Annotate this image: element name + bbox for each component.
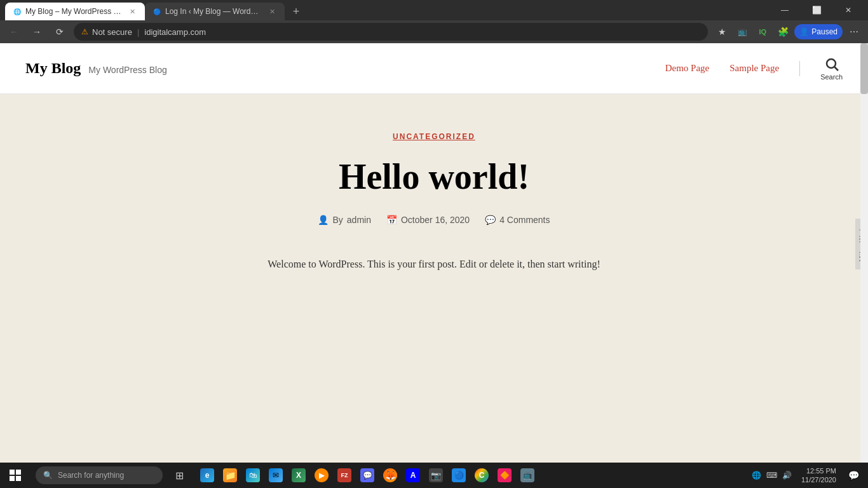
app4-shape: 📺 xyxy=(520,468,534,482)
scrollbar-thumb[interactable] xyxy=(860,43,868,94)
site-title[interactable]: My Blog xyxy=(25,60,81,77)
more-button[interactable]: ⋯ xyxy=(845,23,863,41)
iq-button[interactable]: IQ xyxy=(754,23,771,41)
tab-close-1[interactable]: ✕ xyxy=(127,6,137,17)
tab-title-1: My Blog – My WordPress Blog xyxy=(25,7,123,16)
start-button[interactable] xyxy=(0,463,31,488)
site-nav: Demo Page Sample Page Search xyxy=(665,57,843,81)
forward-button[interactable]: → xyxy=(28,23,46,41)
vlc-icon[interactable]: ▶ xyxy=(310,463,333,488)
address-bar-row: ← → ⟳ ⚠ Not secure | idigitalcamp.com ★ … xyxy=(0,20,868,43)
extensions-button[interactable]: 🧩 xyxy=(774,23,792,41)
icon-app-3[interactable]: 🔶 xyxy=(493,463,516,488)
tab-bar: 🌐 My Blog – My WordPress Blog ✕ 🔵 Log In… xyxy=(5,0,305,20)
window-controls: — ⬜ ✕ xyxy=(770,0,863,20)
profile-button[interactable]: 👤 Paused xyxy=(794,24,843,39)
tab-title-2: Log In ‹ My Blog — WordPress xyxy=(165,7,263,16)
tab-close-2[interactable]: ✕ xyxy=(267,6,277,17)
notification-icon[interactable]: 💬 xyxy=(844,463,863,488)
browser-chrome: 🌐 My Blog – My WordPress Blog ✕ 🔵 Log In… xyxy=(0,0,868,43)
network-tray-icon[interactable]: 🌐 xyxy=(750,469,763,482)
tab-inactive[interactable]: 🔵 Log In ‹ My Blog — WordPress ✕ xyxy=(145,3,285,20)
firefox-icon[interactable]: 🦊 xyxy=(379,463,402,488)
search-button[interactable]: Search xyxy=(820,57,843,81)
demo-page-link[interactable]: Demo Page xyxy=(665,63,710,74)
star-button[interactable]: ★ xyxy=(713,23,731,41)
volume-tray-icon[interactable]: 🔊 xyxy=(781,469,794,482)
post-comments[interactable]: 4 Comments xyxy=(499,215,550,225)
taskbar-search-text: Search for anything xyxy=(58,471,124,480)
post-meta: 👤 By admin 📅 October 16, 2020 💬 4 Commen… xyxy=(318,215,550,225)
minimize-button[interactable]: — xyxy=(770,0,799,20)
discord-icon-shape: 💬 xyxy=(360,468,374,482)
filezilla-icon[interactable]: FZ xyxy=(333,463,356,488)
post-comments-meta: 💬 4 Comments xyxy=(485,215,550,225)
windows-icon xyxy=(10,470,21,481)
win-sq-4 xyxy=(16,476,21,481)
camera-icon-app[interactable]: 📷 xyxy=(424,463,447,488)
taskbar: 🔍 Search for anything ⊞ e 📁 🛍 ✉ X ▶ FZ 💬 xyxy=(0,463,868,488)
nav-divider xyxy=(799,61,800,76)
win-sq-2 xyxy=(16,470,21,475)
site-main: UNCATEGORIZED Hello world! 👤 By admin 📅 … xyxy=(242,94,625,463)
security-warning-text: Not secure xyxy=(92,27,132,37)
post-author-meta: 👤 By admin xyxy=(318,215,370,225)
task-view-icon: ⊞ xyxy=(175,470,184,482)
url-text: idigitalcamp.com xyxy=(144,27,206,37)
tab-active[interactable]: 🌐 My Blog – My WordPress Blog ✕ xyxy=(5,3,145,20)
new-tab-button[interactable]: + xyxy=(287,3,305,20)
clock-time: 12:55 PM xyxy=(806,466,836,475)
task-view-button[interactable]: ⊞ xyxy=(168,463,191,488)
edge-icon[interactable]: e xyxy=(196,463,219,488)
post-author[interactable]: admin xyxy=(347,215,371,225)
mail-icon[interactable]: ✉ xyxy=(264,463,287,488)
post-date: October 16, 2020 xyxy=(401,215,470,225)
back-button[interactable]: ← xyxy=(5,23,23,41)
post-category[interactable]: UNCATEGORIZED xyxy=(393,132,475,141)
clock-date: 11/27/2020 xyxy=(801,475,836,484)
site-tagline: My WordPress Blog xyxy=(88,65,166,75)
taskbar-search-bar[interactable]: 🔍 Search for anything xyxy=(36,466,163,484)
icon-app-1[interactable]: 🔵 xyxy=(447,463,470,488)
icon-app-4[interactable]: 📺 xyxy=(516,463,539,488)
svg-point-0 xyxy=(827,59,836,68)
cast-button[interactable]: 📺 xyxy=(733,23,751,41)
post-title: Hello world! xyxy=(339,156,529,197)
filezilla-icon-shape: FZ xyxy=(337,468,351,482)
author-icon: 👤 xyxy=(318,215,329,225)
author-prefix: By xyxy=(332,215,342,225)
taskbar-clock[interactable]: 12:55 PM 11/27/2020 xyxy=(796,466,841,485)
keyboard-tray-icon[interactable]: ⌨ xyxy=(766,469,778,482)
search-icon xyxy=(824,57,839,72)
explorer-icon-shape: 📁 xyxy=(223,468,237,482)
icon-app-2[interactable]: C xyxy=(470,463,493,488)
taskbar-search-icon: 🔍 xyxy=(43,471,53,480)
mail-icon-shape: ✉ xyxy=(269,468,283,482)
store-icon[interactable]: 🛍 xyxy=(241,463,264,488)
app1-shape: 🔵 xyxy=(452,468,466,482)
scrollbar[interactable] xyxy=(860,43,868,463)
site-branding: My Blog My WordPress Blog xyxy=(25,60,167,77)
address-bar[interactable]: ⚠ Not secure | idigitalcamp.com xyxy=(74,23,708,41)
close-button[interactable]: ✕ xyxy=(834,0,863,20)
taskbar-apps: e 📁 🛍 ✉ X ▶ FZ 💬 🦊 A 📷 xyxy=(196,463,539,488)
discord-icon[interactable]: 💬 xyxy=(356,463,379,488)
sample-page-link[interactable]: Sample Page xyxy=(729,63,779,74)
app3-shape: 🔶 xyxy=(498,468,512,482)
win-sq-3 xyxy=(10,476,15,481)
win-sq-1 xyxy=(10,470,15,475)
audacity-icon-shape: A xyxy=(406,468,420,482)
excel-icon[interactable]: X xyxy=(287,463,310,488)
tab-favicon-1: 🌐 xyxy=(13,7,22,16)
system-tray: 🌐 ⌨ 🔊 xyxy=(750,469,794,482)
tab-bar-area: 🌐 My Blog – My WordPress Blog ✕ 🔵 Log In… xyxy=(5,0,770,20)
refresh-button[interactable]: ⟳ xyxy=(51,23,69,41)
file-explorer-icon[interactable]: 📁 xyxy=(219,463,241,488)
content-area: UNCATEGORIZED Hello world! 👤 By admin 📅 … xyxy=(0,94,868,463)
svg-line-1 xyxy=(834,67,838,71)
audacity-icon[interactable]: A xyxy=(402,463,424,488)
site-header: My Blog My WordPress Blog Demo Page Samp… xyxy=(0,43,868,94)
maximize-button[interactable]: ⬜ xyxy=(802,0,831,20)
toolbar-right: ★ 📺 IQ 🧩 👤 Paused ⋯ xyxy=(713,23,863,41)
tab-favicon-2: 🔵 xyxy=(153,7,161,16)
